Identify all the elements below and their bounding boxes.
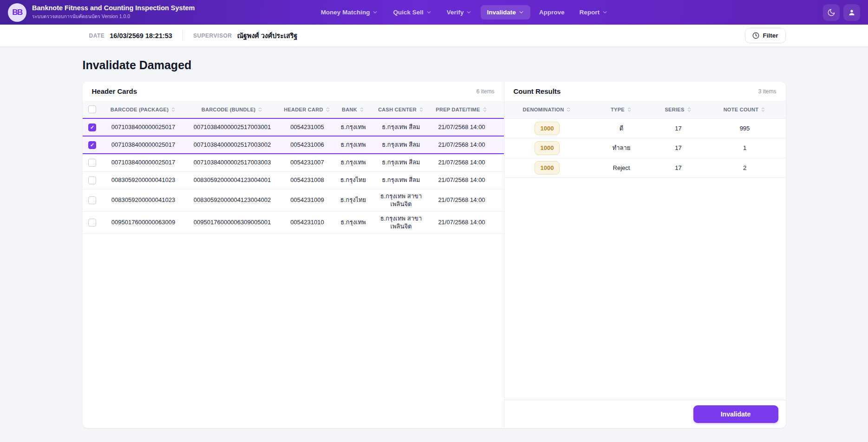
nav-item-report[interactable]: Report <box>574 5 614 20</box>
sort-icon[interactable] <box>760 107 766 112</box>
filter-clock-icon <box>752 32 759 39</box>
column-header-barcode-bundle[interactable]: BARCODE (BUNDLE) <box>202 107 256 112</box>
column-header-note-count[interactable]: NOTE COUNT <box>724 107 759 112</box>
column-header-cash-center[interactable]: CASH CENTER <box>378 107 417 112</box>
chevron-down-icon <box>372 9 378 15</box>
cell-truncated <box>493 154 504 171</box>
column-header-series[interactable]: SERIES <box>665 107 684 112</box>
chevron-down-icon <box>466 9 472 15</box>
count-results-panel: Count Results 3 items DENOMINATION TYPE … <box>504 82 786 428</box>
sort-icon[interactable] <box>482 107 488 112</box>
cell-note-count: 2 <box>704 158 786 178</box>
info-bar: DATE 16/03/2569 18:21:53 SUPERVISOR ณัฐพ… <box>0 25 868 46</box>
row-checkbox[interactable]: ✓ <box>88 141 96 149</box>
table-row[interactable]: ✓ 0071038400000025017 007103840000025170… <box>83 118 504 136</box>
count-results-header-row: DENOMINATION TYPE SERIES NOTE COUNT <box>504 101 786 118</box>
table-row[interactable]: 0071038400000025017 00710384000002517003… <box>83 154 504 171</box>
column-header-prep-datetime[interactable]: PREP DATE/TIME <box>436 107 480 112</box>
count-results-empty-area <box>504 178 786 400</box>
column-header-header-card[interactable]: HEADER CARD <box>284 107 323 112</box>
table-row[interactable]: 1000 Reject 17 2 <box>504 158 786 178</box>
nav-item-approve[interactable]: Approve <box>533 5 571 20</box>
nav-label: Invalidate <box>487 9 516 16</box>
column-header-barcode-package[interactable]: BARCODE (PACKAGE) <box>111 107 169 112</box>
count-results-count: 3 items <box>758 88 777 95</box>
column-header-bank[interactable]: BANK <box>342 107 357 112</box>
sort-icon[interactable] <box>325 107 331 112</box>
cell-barcode-package: 0071038400000025017 <box>102 154 185 171</box>
nav-label: Verify <box>447 9 464 16</box>
cell-bank: ธ.กรุงเทพ <box>335 211 372 234</box>
cell-truncated <box>493 136 504 154</box>
row-checkbox[interactable] <box>88 176 96 184</box>
table-row[interactable]: 1000 ดี 17 995 <box>504 118 786 138</box>
table-row[interactable]: ✓ 0071038400000025017 007103840000025170… <box>83 136 504 154</box>
row-checkbox[interactable] <box>88 219 96 227</box>
header-cards-header-row: BARCODE (PACKAGE) BARCODE (BUNDLE) HEADE… <box>83 101 504 118</box>
page-title: Invalidate Damaged <box>83 58 786 72</box>
cell-barcode-package: 0083059200000041023 <box>102 171 185 189</box>
user-menu-button[interactable] <box>843 4 860 21</box>
table-row[interactable]: 0083059200000041023 00830592000004123004… <box>83 171 504 189</box>
nav-item-money-matching[interactable]: Money Matching <box>315 5 385 20</box>
sort-icon[interactable] <box>686 107 692 112</box>
cell-barcode-bundle: 00830592000004123004001 <box>185 171 280 189</box>
count-results-footer: Invalidate <box>504 400 786 428</box>
invalidate-button[interactable]: Invalidate <box>693 405 778 423</box>
cell-barcode-package: 0071038400000025017 <box>102 118 185 136</box>
column-header-type[interactable]: TYPE <box>611 107 625 112</box>
nav-item-invalidate[interactable]: Invalidate <box>481 5 530 20</box>
filter-button[interactable]: Filter <box>745 28 785 43</box>
cell-prep-datetime: 21/07/2568 14:00 <box>431 154 493 171</box>
cell-barcode-package: 0083059200000041023 <box>102 189 185 211</box>
cell-barcode-bundle: 00710384000002517003003 <box>185 154 280 171</box>
main-card: Header Cards 6 items BARCODE (PACKAGE) B… <box>83 82 786 428</box>
denomination-badge: 1000 <box>535 161 560 175</box>
sort-icon[interactable] <box>257 107 263 112</box>
cell-type: Reject <box>590 158 653 178</box>
header-cards-table-clip: BARCODE (PACKAGE) BARCODE (BUNDLE) HEADE… <box>83 101 504 428</box>
cell-bank: ธ.กรุงไทย <box>335 189 372 211</box>
cell-bank: ธ.กรุงเทพ <box>335 136 372 154</box>
denomination-badge: 1000 <box>535 141 560 155</box>
header-cards-title: Header Cards <box>92 87 137 95</box>
app-logo: BB <box>8 3 26 22</box>
table-row[interactable]: 0083059200000041023 00830592000004123004… <box>83 189 504 211</box>
theme-toggle-button[interactable] <box>823 4 840 21</box>
header-cards-table: BARCODE (PACKAGE) BARCODE (BUNDLE) HEADE… <box>83 101 504 234</box>
table-row[interactable]: 1000 ทำลาย 17 1 <box>504 138 786 158</box>
cell-bank: ธ.กรุงเทพ <box>335 118 372 136</box>
select-all-checkbox[interactable] <box>88 105 96 113</box>
row-checkbox[interactable] <box>88 196 96 204</box>
cell-cash-center: ธ.กรุงเทพ สีลม <box>372 171 431 189</box>
top-navbar: BB Banknote Fitness and Counting Inspect… <box>0 0 868 25</box>
chevron-down-icon <box>518 9 524 15</box>
column-header-denomination[interactable]: DENOMINATION <box>523 107 564 112</box>
cell-truncated <box>493 211 504 234</box>
row-checkbox[interactable]: ✓ <box>88 124 96 131</box>
cell-series: 17 <box>653 118 704 138</box>
chevron-down-icon <box>602 9 608 15</box>
cell-series: 17 <box>653 158 704 178</box>
sort-icon[interactable] <box>627 107 632 112</box>
sort-icon[interactable] <box>566 107 571 112</box>
filter-button-label: Filter <box>763 32 778 39</box>
nav-label: Money Matching <box>321 9 370 16</box>
row-checkbox[interactable] <box>88 159 96 167</box>
table-row[interactable]: 0095017600000063009 00950176000006309005… <box>83 211 504 234</box>
sort-icon[interactable] <box>359 107 365 112</box>
cell-prep-datetime: 21/07/2568 14:00 <box>431 136 493 154</box>
cell-truncated <box>493 171 504 189</box>
supervisor-label: SUPERVISOR <box>193 32 232 39</box>
nav-item-verify[interactable]: Verify <box>441 5 478 20</box>
count-results-table: DENOMINATION TYPE SERIES NOTE COUNT 1000… <box>504 101 786 178</box>
cell-note-count: 1 <box>704 138 786 158</box>
cell-barcode-bundle: 00710384000002517003002 <box>185 136 280 154</box>
cell-header-card: 0054231006 <box>280 136 335 154</box>
sort-icon[interactable] <box>418 107 424 112</box>
supervisor-value: ณัฐพงศ์ วงศ์ประเสริฐ <box>237 30 297 41</box>
cell-note-count: 995 <box>704 118 786 138</box>
nav-item-quick-sell[interactable]: Quick Sell <box>387 5 437 20</box>
sort-icon[interactable] <box>170 107 176 112</box>
cell-barcode-package: 0071038400000025017 <box>102 136 185 154</box>
